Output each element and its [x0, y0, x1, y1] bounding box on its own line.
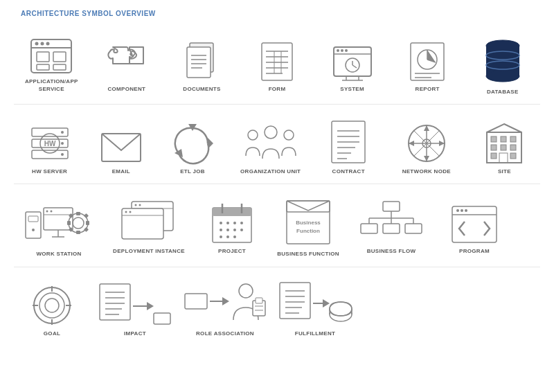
svg-marker-54: [208, 138, 213, 149]
role-association-label: ROLE ASSOCIATION: [196, 330, 254, 337]
row-3: WORK STATION DEPLOYMENT INSTANCE: [14, 190, 540, 267]
system-label: SYSTEM: [340, 86, 364, 93]
svg-point-120: [226, 222, 229, 224]
deployment-instance-icon: [118, 199, 180, 244]
svg-rect-163: [154, 313, 170, 324]
svg-rect-106: [84, 227, 89, 232]
svg-point-149: [39, 293, 64, 318]
symbol-organization-unit: ORGANIZATION UNIT: [229, 116, 313, 178]
svg-point-94: [51, 211, 53, 213]
svg-point-114: [129, 211, 132, 213]
hw-server-label: HW SERVER: [32, 168, 67, 175]
svg-rect-101: [67, 221, 71, 225]
row-1: APPLICATION/APP SERVICE COMPONENT: [14, 28, 540, 105]
svg-point-113: [125, 211, 127, 213]
symbol-contract: CONTRACT: [313, 116, 384, 178]
svg-rect-100: [76, 231, 80, 234]
system-icon: [332, 46, 373, 82]
svg-rect-89: [28, 216, 38, 222]
svg-rect-86: [510, 153, 516, 159]
symbol-site: SITE: [469, 116, 540, 178]
symbol-goal: GOAL: [14, 278, 90, 341]
svg-rect-83: [501, 145, 506, 150]
svg-marker-162: [147, 302, 154, 310]
svg-rect-81: [510, 136, 516, 142]
svg-point-52: [61, 153, 64, 156]
svg-point-50: [61, 131, 64, 134]
project-icon: [211, 201, 253, 244]
svg-point-42: [486, 71, 519, 82]
svg-line-27: [352, 65, 357, 68]
symbol-component: COMPONENT: [89, 33, 165, 96]
work-station-icon: [24, 198, 93, 247]
symbol-documents: DOCUMENTS: [164, 33, 240, 96]
svg-rect-140: [383, 224, 400, 233]
component-label: COMPONENT: [108, 86, 146, 93]
svg-point-4: [46, 42, 50, 46]
goal-icon: [31, 285, 73, 326]
svg-point-29: [341, 49, 343, 52]
svg-point-128: [226, 235, 229, 238]
svg-point-93: [46, 211, 48, 213]
business-flow-label: BUSINESS FLOW: [367, 248, 416, 255]
symbol-business-function: Business Function BUSINESS FUNCTION: [270, 195, 346, 260]
etl-job-icon: [172, 123, 213, 164]
svg-rect-143: [452, 206, 497, 242]
svg-text:HW: HW: [44, 140, 55, 148]
svg-point-51: [61, 142, 64, 145]
symbol-project: PROJECT: [194, 195, 270, 258]
svg-point-59: [284, 130, 294, 140]
site-icon: [484, 121, 524, 164]
svg-point-122: [240, 222, 243, 224]
svg-point-28: [337, 49, 339, 52]
svg-point-30: [345, 49, 348, 52]
symbol-program: PROGRAM: [436, 195, 512, 258]
documents-icon: [184, 40, 219, 82]
role-association-icon: [184, 281, 267, 326]
network-node-icon: [402, 123, 451, 164]
deployment-instance-label: DEPLOYMENT INSTANCE: [113, 248, 185, 255]
hw-server-icon: HW: [29, 123, 71, 164]
row-2: HW HW SERVER EMAIL: [14, 110, 540, 184]
svg-text:Function: Function: [296, 228, 320, 234]
work-station-label: WORK STATION: [36, 251, 81, 258]
svg-rect-5: [37, 52, 49, 62]
svg-rect-116: [213, 208, 251, 216]
database-icon: [482, 36, 524, 84]
svg-marker-72: [424, 125, 429, 131]
svg-point-146: [461, 209, 463, 212]
report-icon: [409, 42, 445, 82]
symbols-container: APPLICATION/APP SERVICE COMPONENT: [0, 21, 554, 392]
svg-point-147: [465, 209, 467, 212]
symbol-fulfillment: FULFILLMENT: [270, 278, 360, 341]
svg-rect-169: [256, 298, 262, 303]
report-label: REPORT: [416, 86, 440, 93]
symbol-form: FORM: [240, 33, 315, 96]
symbol-report: REPORT: [390, 33, 465, 96]
svg-point-109: [135, 204, 137, 206]
svg-rect-34: [411, 43, 444, 80]
svg-rect-85: [491, 153, 497, 159]
svg-point-2: [35, 42, 39, 46]
business-function-label: BUSINESS FUNCTION: [277, 251, 339, 258]
contract-icon: [330, 120, 366, 164]
svg-point-182: [330, 302, 352, 316]
row-4: GOAL IMPACT: [14, 273, 540, 346]
symbol-deployment-instance: DEPLOYMENT INSTANCE: [104, 195, 194, 258]
svg-rect-99: [76, 212, 80, 215]
symbol-business-flow: BUSINESS FLOW: [346, 195, 436, 258]
application-app-service-label: APPLICATION/APP SERVICE: [17, 78, 87, 93]
contract-label: CONTRACT: [332, 168, 365, 175]
symbol-work-station: WORK STATION: [14, 195, 104, 260]
page-title: ARCHITECTURE SYMBOL OVERVIEW: [21, 10, 156, 17]
svg-rect-82: [491, 145, 497, 150]
impact-icon: [97, 281, 173, 326]
email-icon: [100, 131, 142, 164]
svg-rect-10: [187, 47, 211, 78]
svg-point-119: [220, 222, 222, 224]
svg-point-145: [456, 209, 459, 212]
component-icon: [106, 40, 148, 82]
svg-rect-134: [383, 202, 400, 211]
svg-text:Business: Business: [296, 220, 321, 226]
symbol-system: SYSTEM: [314, 33, 390, 96]
